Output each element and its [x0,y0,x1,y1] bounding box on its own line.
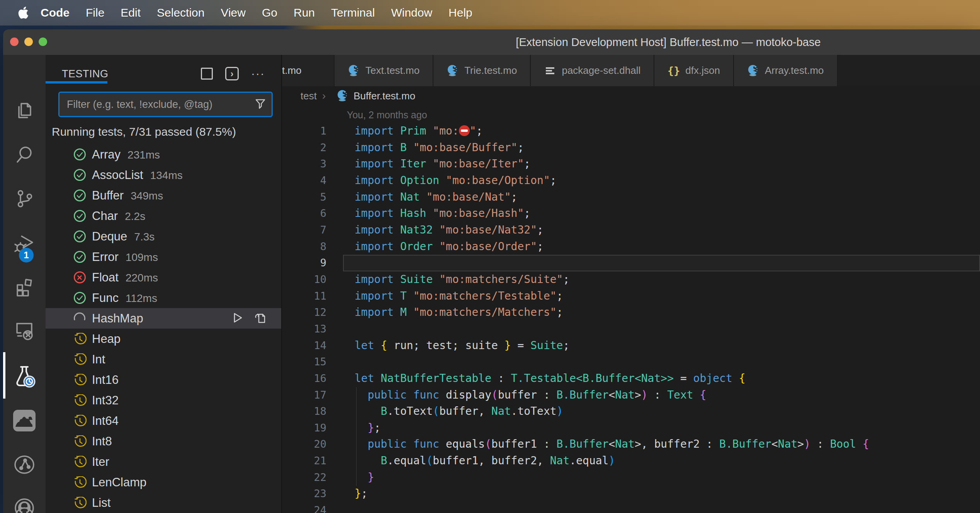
testing-icon[interactable] [3,356,46,397]
title-bar[interactable]: [Extension Development Host] Buffer.test… [3,29,980,55]
test-queued-icon [74,456,86,468]
activity-bar: 1 [3,55,46,513]
test-filter-input[interactable]: Filter (e.g. text, !exclude, @tag) [58,92,273,117]
search-icon[interactable] [3,134,46,176]
menu-item-selection[interactable]: Selection [149,6,212,19]
test-row-list[interactable]: List [46,493,281,513]
menu-item-terminal[interactable]: Terminal [323,6,383,19]
code-line-6: 6import Hash "mo:base/Hash"; [282,205,980,222]
test-duration: 112ms [126,292,157,304]
test-row-array[interactable]: Array231ms [46,144,281,165]
source-control-icon[interactable] [3,178,46,220]
test-run-status: Running tests, 7/31 passed (87.5%) [52,125,236,138]
test-name: AssocList134ms [92,168,183,182]
test-row-hashmap[interactable]: HashMap [46,308,281,329]
test-row-int32[interactable]: Int32 [46,390,281,411]
code-line-16: 16let NatBufferTestable : T.Testable<B.B… [282,370,980,387]
test-row-buffer[interactable]: Buffer349ms [46,185,281,206]
editor-tab-t-mo[interactable]: t.mo [282,55,335,86]
menu-item-help[interactable]: Help [440,6,481,19]
test-row-lenclamp[interactable]: LenClamp [46,472,281,493]
menu-item-file[interactable]: File [78,6,112,19]
line-number: 7 [295,222,326,239]
git-blame-annotation: You, 2 months ago [347,109,427,121]
menu-item-go[interactable]: Go [254,6,285,19]
minimize-window-button[interactable] [24,37,33,46]
test-duration: 2.2s [125,210,145,222]
breadcrumb-folder[interactable]: test [301,90,317,102]
line-number: 11 [295,288,326,305]
breadcrumb-file[interactable]: Buffer.test.mo [353,90,415,102]
line-number: 22 [295,469,326,486]
test-queued-icon [74,374,86,386]
test-row-int8[interactable]: Int8 [46,431,281,452]
code-editor[interactable]: You, 2 months ago 1import Prim "mo:";2im… [282,106,980,513]
extensions-icon[interactable] [3,266,46,308]
line-number: 6 [295,205,326,222]
editor-tab-package-set-dhall[interactable]: package-set.dhall [531,55,654,86]
no-entry-emoji [459,125,470,136]
test-row-assoclist[interactable]: AssocList134ms [46,165,281,185]
window-title: [Extension Development Host] Buffer.test… [507,29,830,55]
menu-item-view[interactable]: View [212,6,253,19]
ocaml-icon[interactable] [3,400,46,441]
code-line-5: 5import Nat "mo:base/Nat"; [282,189,980,206]
editor-tab-trie-test-mo[interactable]: Trie.test.mo [433,55,531,86]
test-pass-icon [74,169,86,181]
code-line-21: 21 B.equal(buffer1, buffer2, Nat.equal) [282,453,980,469]
code-line-14: 14let { run; test; suite } = Suite; [282,337,980,354]
code-line-2: 2import B "mo:base/Buffer"; [282,140,980,156]
test-row-float[interactable]: Float220ms [46,267,281,288]
code-line-19: 19 }; [282,420,980,436]
menu-item-window[interactable]: Window [383,6,440,19]
code-line-1: 1import Prim "mo:"; [282,123,980,140]
run-profile-icon[interactable]: › [225,67,239,80]
editor-tab-dfx-json[interactable]: {}dfx.json [654,55,734,86]
test-row-func[interactable]: Func112ms [46,288,281,308]
menu-item-app[interactable]: Code [32,6,78,19]
test-row-error[interactable]: Error109ms [46,247,281,267]
test-name: Int32 [92,394,119,407]
code-line-13: 13 [282,321,980,337]
test-name: Buffer349ms [92,189,163,203]
test-pass-icon [74,189,86,201]
test-duration: 349ms [131,190,163,202]
filter-icon[interactable] [255,98,266,111]
test-name: Int16 [92,373,119,387]
json-file-icon: {} [667,64,680,77]
code-line-15: 15 [282,354,980,370]
test-row-char[interactable]: Char2.2s [46,206,281,226]
run-test-icon[interactable] [232,312,243,326]
menu-item-edit[interactable]: Edit [112,6,149,19]
remote-explorer-icon[interactable] [3,310,46,352]
graph-nodes-icon[interactable] [3,444,46,486]
menu-item-run[interactable]: Run [285,6,323,19]
go-to-file-icon[interactable] [254,311,267,326]
test-row-iter[interactable]: Iter [46,452,281,472]
test-row-int[interactable]: Int [46,349,281,370]
test-row-int16[interactable]: Int16 [46,370,281,390]
test-queued-icon [74,353,86,365]
macos-menu-bar: Code FileEditSelectionViewGoRunTerminalW… [0,0,980,26]
test-duration: 7.3s [134,231,155,243]
editor-tab-array-test-mo[interactable]: Array.test.mo [734,55,838,86]
explorer-icon[interactable] [3,90,46,131]
breadcrumb[interactable]: test › Buffer.test.mo [282,86,980,106]
code-line-17: 17 public func display(buffer : B.Buffer… [282,387,980,404]
test-row-deque[interactable]: Deque7.3s [46,226,281,247]
tab-label: t.mo [282,65,302,77]
close-window-button[interactable] [10,37,19,46]
apple-menu-icon[interactable] [16,5,29,20]
test-duration: 231ms [127,149,160,161]
editor-tab-text-test-mo[interactable]: Text.test.mo [335,55,433,86]
code-line-20: 20 public func equals(buffer1 : B.Buffer… [282,436,980,453]
tab-label: dfx.json [685,65,720,77]
maximize-window-button[interactable] [39,37,47,46]
test-row-int64[interactable]: Int64 [46,411,281,431]
more-actions-icon[interactable]: ··· [251,70,265,77]
partial-bottom-icon[interactable] [3,498,46,513]
test-row-heap[interactable]: Heap [46,329,281,349]
dhall-file-icon [544,64,556,77]
stop-icon[interactable] [201,68,213,80]
line-number: 18 [295,403,326,420]
